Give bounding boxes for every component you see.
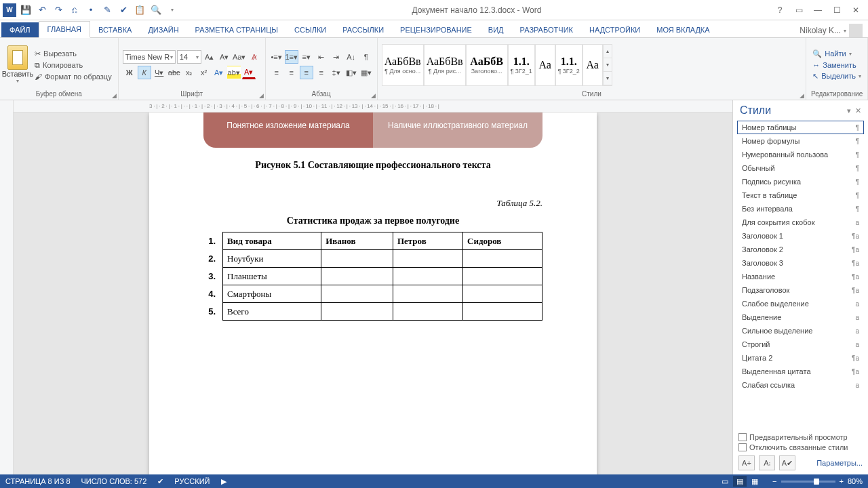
line-spacing-button[interactable]: ‡▾ bbox=[330, 66, 343, 79]
table-header[interactable]: Вид товара bbox=[223, 232, 321, 250]
tab-design[interactable]: ДИЗАЙН bbox=[140, 22, 186, 37]
change-case-button[interactable]: Aa▾ bbox=[233, 50, 246, 64]
scroll-up-icon[interactable]: ▴ bbox=[604, 45, 612, 58]
table-cell[interactable]: Планшеты bbox=[223, 268, 321, 285]
select-button[interactable]: ↖Выделить▾ bbox=[810, 71, 863, 81]
font-size-combo[interactable]: 14▾ bbox=[177, 50, 201, 64]
increase-indent-button[interactable]: ⇥ bbox=[330, 50, 343, 64]
shading-button[interactable]: ◧▾ bbox=[344, 66, 358, 79]
tab-file[interactable]: ФАЙЛ bbox=[1, 22, 39, 37]
align-left-button[interactable]: ≡ bbox=[270, 66, 283, 79]
style-list-item[interactable]: Цитата 2¶a bbox=[737, 351, 864, 365]
style-item[interactable]: АаБбВв¶ Для рис... bbox=[424, 44, 466, 86]
table-cell[interactable]: Ноутбуки bbox=[223, 250, 321, 268]
style-list-item[interactable]: Для сокрытия скобокa bbox=[737, 216, 864, 229]
table-cell[interactable] bbox=[321, 285, 393, 303]
style-list-item[interactable]: Выделенная цитата¶a bbox=[737, 365, 864, 378]
style-list-item[interactable]: Без интервала¶ bbox=[737, 202, 864, 216]
align-center-button[interactable]: ≡ bbox=[285, 66, 298, 79]
style-list-item[interactable]: Заголовок 1¶a bbox=[737, 229, 864, 243]
dialog-launcher-icon[interactable]: ◢ bbox=[800, 92, 804, 99]
table-cell[interactable]: Смартфоны bbox=[223, 285, 321, 303]
qat-icon[interactable]: 🔍 bbox=[149, 3, 163, 17]
linked-checkbox[interactable]: Отключить связанные стили bbox=[738, 443, 863, 451]
tab-developer[interactable]: РАЗРАБОТЧИК bbox=[512, 22, 581, 37]
styles-scroll[interactable]: ▴▾▾ bbox=[603, 44, 612, 86]
chevron-down-icon[interactable]: ▾ bbox=[16, 78, 19, 84]
table-title[interactable]: Статистика продаж за первое полугодие bbox=[203, 216, 542, 226]
page-indicator[interactable]: СТРАНИЦА 8 ИЗ 8 bbox=[5, 477, 71, 485]
macro-icon[interactable]: ▶ bbox=[221, 477, 226, 486]
qat-icon[interactable]: 📋 bbox=[133, 3, 146, 17]
style-list-item[interactable]: Текст в таблице¶ bbox=[737, 188, 864, 202]
qat-more-icon[interactable]: ▾ bbox=[165, 3, 179, 17]
style-list-item[interactable]: Выделениеa bbox=[737, 310, 864, 324]
qat-icon[interactable]: • bbox=[84, 3, 98, 17]
tab-insert[interactable]: ВСТАВКА bbox=[90, 22, 140, 37]
qat-icon[interactable]: ✔ bbox=[117, 3, 130, 17]
tab-view[interactable]: ВИД bbox=[480, 22, 512, 37]
decrease-indent-button[interactable]: ⇤ bbox=[315, 50, 328, 64]
tab-mailings[interactable]: РАССЫЛКИ bbox=[334, 22, 392, 37]
bullets-button[interactable]: •≡▾ bbox=[270, 50, 283, 64]
close-icon[interactable]: ✕ bbox=[855, 106, 861, 115]
close-icon[interactable]: ✕ bbox=[848, 3, 864, 17]
superscript-button[interactable]: x² bbox=[197, 66, 211, 79]
clear-format-button[interactable]: A̷ bbox=[248, 50, 261, 64]
user-account[interactable]: Nikolay K...▾ bbox=[800, 24, 868, 37]
table-cell[interactable] bbox=[393, 303, 462, 321]
ribbon-options-icon[interactable]: ▭ bbox=[791, 3, 807, 17]
scroll-down-icon[interactable]: ▾ bbox=[604, 58, 612, 72]
style-list-item[interactable]: Заголовок 2¶a bbox=[737, 243, 864, 256]
table-cell[interactable] bbox=[393, 250, 462, 268]
style-list-item[interactable]: Слабое выделениеa bbox=[737, 297, 864, 310]
style-list-item[interactable]: Номер формулы¶ bbox=[737, 134, 864, 148]
print-layout-icon[interactable]: ▤ bbox=[733, 476, 747, 487]
table-header[interactable]: Иванов bbox=[321, 232, 393, 250]
word-count[interactable]: ЧИСЛО СЛОВ: 572 bbox=[81, 477, 147, 485]
cut-button[interactable]: ✂Вырезать bbox=[33, 49, 114, 59]
tab-home[interactable]: ГЛАВНАЯ bbox=[39, 21, 90, 38]
read-mode-icon[interactable]: ▭ bbox=[718, 476, 732, 487]
table-row[interactable]: Всего bbox=[223, 303, 542, 321]
style-item[interactable]: АаБбВв¶ Для осно... bbox=[382, 44, 424, 86]
subscript-button[interactable]: x₂ bbox=[182, 66, 196, 79]
table-cell[interactable] bbox=[393, 268, 462, 285]
expand-icon[interactable]: ▾ bbox=[604, 72, 612, 85]
tab-addins[interactable]: НАДСТРОЙКИ bbox=[581, 22, 648, 37]
new-style-button[interactable]: A+ bbox=[738, 455, 755, 470]
zoom-in-icon[interactable]: + bbox=[840, 477, 844, 485]
tab-layout[interactable]: РАЗМЕТКА СТРАНИЦЫ bbox=[187, 22, 286, 37]
table-row[interactable]: Ноутбуки bbox=[223, 250, 542, 268]
multilevel-button[interactable]: ≡▾ bbox=[300, 50, 313, 64]
data-table[interactable]: Вид товара Иванов Петров Сидоров Ноутбук… bbox=[222, 232, 542, 321]
table-header[interactable]: Петров bbox=[393, 232, 462, 250]
figure-caption[interactable]: Рисунок 5.1 Составляющие профессионально… bbox=[203, 160, 542, 171]
font-color-button[interactable]: A▾ bbox=[242, 66, 256, 79]
manage-styles-button[interactable]: A✔ bbox=[779, 455, 795, 470]
tab-references[interactable]: ССЫЛКИ bbox=[286, 22, 334, 37]
chevron-down-icon[interactable]: ▾ bbox=[847, 106, 851, 115]
styles-gallery[interactable]: АаБбВв¶ Для осно... АаБбВв¶ Для рис... А… bbox=[382, 43, 612, 87]
table-row[interactable]: Смартфоны bbox=[223, 285, 542, 303]
style-list-item[interactable]: Сильное выделениеa bbox=[737, 324, 864, 338]
tab-custom[interactable]: МОЯ ВКЛАДКА bbox=[648, 22, 717, 37]
show-marks-button[interactable]: ¶ bbox=[359, 50, 373, 64]
horizontal-ruler[interactable]: 3 · | · 2 · | · 1 · | · · | · 1 · | · 2 … bbox=[14, 100, 732, 113]
redo-icon[interactable]: ↷ bbox=[52, 3, 65, 17]
style-list-item[interactable]: Обычный¶ bbox=[737, 161, 864, 175]
undo-icon[interactable]: ↶ bbox=[35, 3, 49, 17]
table-cell[interactable] bbox=[463, 250, 542, 268]
align-right-button[interactable]: ≡ bbox=[300, 66, 313, 79]
italic-button[interactable]: К bbox=[138, 66, 151, 79]
dialog-launcher-icon[interactable]: ◢ bbox=[259, 92, 264, 99]
language-indicator[interactable]: РУССКИЙ bbox=[174, 477, 210, 485]
style-list-item[interactable]: Название¶a bbox=[737, 270, 864, 283]
numbering-button[interactable]: 1≡▾ bbox=[285, 50, 298, 64]
table-cell[interactable] bbox=[321, 268, 393, 285]
styles-list[interactable]: Номер таблицы¶Номер формулы¶Нумерованный… bbox=[733, 121, 868, 429]
table-cell[interactable] bbox=[393, 285, 462, 303]
format-painter-button[interactable]: 🖌Формат по образцу bbox=[33, 72, 114, 81]
style-item[interactable]: АаБбВЗаголово... bbox=[466, 44, 508, 86]
shrink-font-button[interactable]: A▾ bbox=[218, 50, 231, 64]
